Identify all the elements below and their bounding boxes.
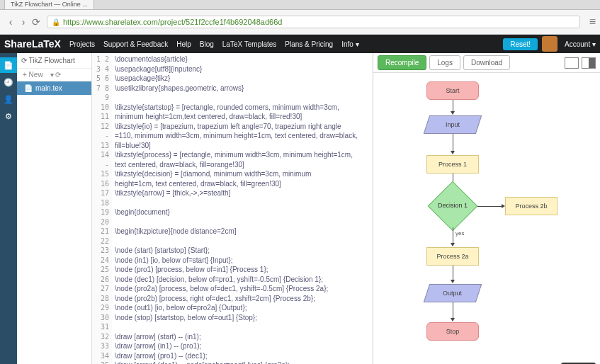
layout-split-icon[interactable] [582, 57, 596, 69]
file-row[interactable]: 📄 main.tex [17, 81, 91, 95]
file-sidebar: ⟳ TikZ Flowchart + New ▾ ⟳ 📄 main.tex sa… [17, 53, 92, 364]
lock-icon: 🔒 [52, 18, 60, 26]
logs-button[interactable]: Logs [429, 55, 460, 70]
preview-pane: Recompile Logs Download Start Input Proc… [373, 53, 600, 364]
avatar[interactable] [542, 36, 557, 52]
pdf-canvas[interactable]: Start Input Process 1 Decision 1 Process… [373, 73, 600, 364]
nav-help[interactable]: Help [176, 40, 191, 48]
node-start: Start [426, 81, 479, 100]
recompile-button[interactable]: Recompile [378, 55, 426, 70]
nav-plans[interactable]: Plans & Pricing [285, 40, 333, 48]
settings-icon[interactable]: ⚙ [0, 108, 17, 124]
nav-blog[interactable]: Blog [200, 40, 214, 48]
edge-label-yes: yes [455, 230, 464, 237]
account-menu[interactable]: Account ▾ [565, 40, 596, 48]
layout-full-icon[interactable] [565, 57, 579, 69]
preview-toolbar: Recompile Logs Download [373, 53, 600, 73]
app-header: ShareLaTeX Projects Support & Feedback H… [0, 35, 600, 53]
back-icon[interactable]: ‹ [4, 16, 17, 28]
nav-info[interactable]: Info ▾ [341, 40, 358, 48]
node-process2a: Process 2a [426, 247, 479, 266]
url-bar[interactable]: 🔒 https://www.sharelatex.com/project/521… [47, 16, 580, 28]
menu-icon[interactable]: ≡ [580, 16, 596, 28]
browser-tab[interactable]: TikZ Flowchart — Online ... [4, 0, 94, 9]
browser-toolbar: ‹ › ⟳ 🔒 https://www.sharelatex.com/proje… [0, 10, 600, 35]
node-input: Input [424, 115, 482, 134]
share-icon[interactable]: 👤 [0, 91, 17, 107]
new-file-button[interactable]: + New [23, 71, 43, 79]
project-title: ⟳ TikZ Flowchart [17, 53, 91, 69]
sidebar-actions-icon[interactable]: ▾ ⟳ [50, 71, 62, 79]
download-button[interactable]: Download [463, 55, 510, 70]
line-gutter: 1 2 3 4 5 6 7 8 9 10 11 12 - 13 14 - 15 … [92, 53, 112, 364]
node-stop: Stop [426, 322, 479, 341]
nav-support[interactable]: Support & Feedback [103, 40, 168, 48]
history-icon[interactable]: 🕘 [0, 74, 17, 90]
url-text: https://www.sharelatex.com/project/521f2… [63, 18, 282, 26]
nav-projects[interactable]: Projects [69, 40, 95, 48]
code-area[interactable]: \documentclass{article} \usepackage[utf8… [112, 53, 373, 364]
node-process1: Process 1 [426, 155, 479, 174]
code-editor[interactable]: 1 2 3 4 5 6 7 8 9 10 11 12 - 13 14 - 15 … [92, 53, 373, 364]
reload-icon[interactable]: ⟳ [30, 16, 43, 28]
nav-templates[interactable]: LaTeX Templates [222, 40, 277, 48]
reset-button[interactable]: Reset! [503, 38, 538, 50]
files-icon[interactable]: 📄 [0, 57, 17, 73]
left-rail: 📄 🕘 👤 ⚙ [0, 53, 17, 364]
node-decision: Decision 1 [428, 185, 477, 227]
browser-tab-strip: TikZ Flowchart — Online ... [0, 0, 600, 10]
forward-icon[interactable]: › [17, 16, 30, 28]
node-output: Output [424, 284, 482, 302]
logo[interactable]: ShareLaTeX [4, 38, 61, 50]
node-process2b: Process 2b [505, 197, 557, 215]
